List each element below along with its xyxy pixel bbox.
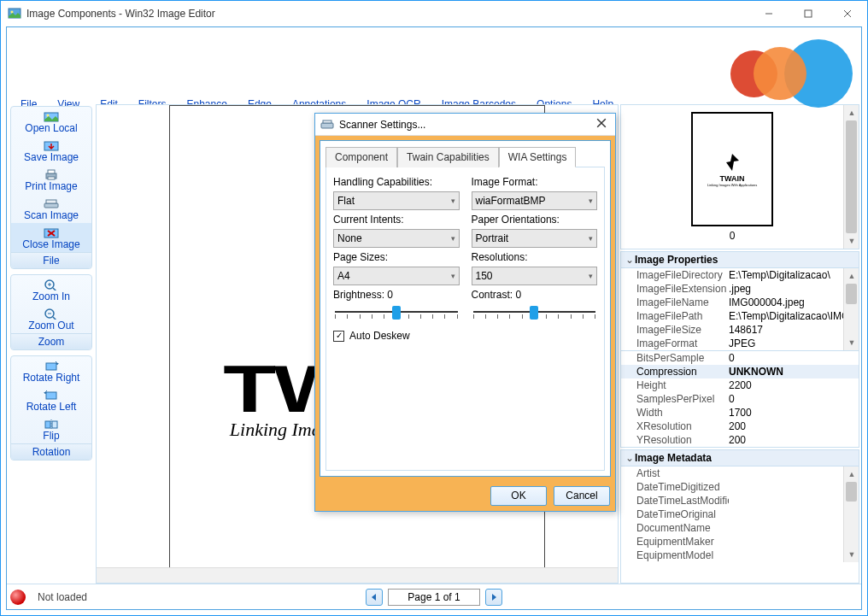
- ok-button[interactable]: OK: [490, 486, 547, 506]
- prop-scrollbar[interactable]: ▲ ▼: [843, 268, 859, 350]
- property-value: E:\Temp\Digitalizacao\: [729, 269, 843, 281]
- property-row[interactable]: Width1700: [621, 406, 859, 419]
- page-sizes-combo[interactable]: A4▾: [333, 267, 460, 285]
- canvas-hscroll[interactable]: [97, 567, 618, 583]
- property-row[interactable]: YResolution200: [621, 433, 859, 447]
- property-row[interactable]: ImageFileNameIMG000004.jpeg: [621, 296, 843, 309]
- pager-next-button[interactable]: [485, 589, 502, 606]
- thumb-caption: Linking Images With Applications: [707, 183, 757, 187]
- svg-rect-12: [44, 203, 58, 208]
- contrast-label: Contrast: 0: [472, 289, 598, 301]
- sidebar-item-scan-image[interactable]: Scan Image: [11, 194, 91, 223]
- auto-deskew-label: Auto Deskew: [349, 330, 410, 342]
- orientation-combo[interactable]: Portrait▾: [472, 229, 598, 248]
- property-key: ImageFileSize: [636, 324, 729, 336]
- chevron-down-icon: ▾: [451, 197, 455, 205]
- auto-deskew-checkbox[interactable]: ✓ Auto Deskew: [333, 330, 597, 342]
- property-row[interactable]: CompressionUNKNOWN: [621, 365, 859, 378]
- intents-combo[interactable]: None▾: [333, 229, 460, 248]
- app-icon: [8, 7, 21, 21]
- app-window: Image Components - Win32 Image Editor Fi…: [0, 0, 868, 616]
- property-key: DateTimeDigitized: [636, 481, 729, 493]
- status-bar: Not loaded Page 1 of 1: [7, 584, 861, 609]
- handling-combo[interactable]: Flat▾: [333, 191, 460, 210]
- sidebar-group-footer[interactable]: File: [11, 252, 91, 268]
- image-metadata-panel: ⌄ Image Metadata ArtistDateTimeDigitized…: [620, 449, 859, 584]
- tab-component[interactable]: Component: [326, 147, 397, 167]
- resolution-combo[interactable]: 150▾: [472, 267, 598, 285]
- brightness-label: Brightness: 0: [333, 289, 460, 301]
- property-row[interactable]: DateTimeLastModified: [621, 494, 843, 507]
- checkbox-icon: ✓: [333, 331, 344, 342]
- sidebar-item-label: Zoom In: [32, 290, 70, 302]
- sidebar-item-label: Zoom Out: [28, 320, 73, 331]
- sidebar-item-label: Close Image: [22, 238, 79, 250]
- svg-rect-30: [323, 120, 331, 123]
- pager-prev-button[interactable]: [366, 589, 383, 606]
- maximize-button[interactable]: [789, 1, 828, 26]
- property-row[interactable]: EquipmentMaker: [621, 535, 843, 549]
- property-row[interactable]: ImageFileSize148617: [621, 323, 843, 337]
- svg-rect-27: [52, 421, 57, 428]
- image-metadata-header[interactable]: ⌄ Image Metadata: [621, 450, 859, 466]
- sidebar-item-label: Open Local: [25, 122, 77, 134]
- sidebar-item-label: Flip: [43, 430, 59, 442]
- sidebar-item-zoom-out[interactable]: Zoom Out: [11, 304, 91, 333]
- sidebar-item-save-image[interactable]: Save Image: [11, 136, 91, 165]
- property-key: ImageFileName: [636, 296, 729, 308]
- property-row[interactable]: ImageFileExtension.jpeg: [621, 282, 843, 296]
- sidebar-item-print-image[interactable]: Print Image: [11, 165, 91, 194]
- property-value: 148617: [729, 324, 843, 336]
- svg-rect-26: [45, 421, 50, 428]
- sidebar-group-footer[interactable]: Rotation: [11, 443, 91, 460]
- dialog-close-button[interactable]: [593, 118, 610, 131]
- sidebar-item-close-image[interactable]: Close Image: [11, 223, 91, 252]
- pager: Page 1 of 1: [366, 589, 502, 606]
- zoom-in-icon: [43, 279, 60, 290]
- thumb-scrollbar[interactable]: ▲ ▼: [843, 105, 859, 249]
- minimize-button[interactable]: [749, 1, 789, 26]
- property-row[interactable]: ImageFileDirectoryE:\Temp\Digitalizacao\: [621, 268, 843, 282]
- sidebar-item-rotate-right[interactable]: Rotate Right: [11, 356, 91, 385]
- property-row[interactable]: DateTimeOriginal: [621, 507, 843, 521]
- close-button[interactable]: [828, 1, 867, 26]
- resolution-label: Resolutions:: [472, 249, 598, 265]
- intents-label: Current Intents:: [333, 212, 460, 227]
- property-key: Compression: [636, 366, 729, 378]
- property-key: DateTimeOriginal: [636, 508, 729, 520]
- property-value: 0: [729, 393, 859, 405]
- property-row[interactable]: Height2200: [621, 378, 859, 392]
- tab-wia-settings[interactable]: WIA Settings: [499, 147, 577, 167]
- prop-scrollbar[interactable]: ▲ ▼: [843, 466, 859, 562]
- property-row[interactable]: BitsPerSample0: [621, 351, 859, 365]
- brand-logo: [730, 27, 853, 120]
- dialog-titlebar[interactable]: Scanner Settings...: [315, 114, 615, 136]
- property-row[interactable]: DocumentName: [621, 521, 843, 535]
- property-row[interactable]: Artist: [621, 466, 843, 480]
- property-row[interactable]: DateTimeDigitized: [621, 480, 843, 494]
- contrast-slider[interactable]: [472, 302, 598, 325]
- property-row[interactable]: ImageFilePathE:\Temp\Digitalizacao\IMG00…: [621, 309, 843, 323]
- property-value: IMG000004.jpeg: [729, 296, 843, 308]
- sidebar-item-flip[interactable]: Flip: [11, 414, 91, 443]
- property-key: Artist: [636, 467, 729, 479]
- property-row[interactable]: ImageFormatJPEG: [621, 337, 843, 350]
- cancel-button[interactable]: Cancel: [554, 486, 610, 506]
- image-format-combo[interactable]: wiaFormatBMP▾: [472, 191, 598, 210]
- sidebar-item-label: Scan Image: [24, 209, 79, 221]
- sidebar-item-zoom-in[interactable]: Zoom In: [11, 275, 91, 304]
- thumbnail[interactable]: TWAIN Linking Images With Applications: [691, 112, 773, 226]
- image-properties-header[interactable]: ⌄ Image Properties: [621, 252, 859, 268]
- sidebar-group-footer[interactable]: Zoom: [11, 333, 91, 349]
- property-row[interactable]: XResolution200: [621, 419, 859, 433]
- tab-twain-capabilities[interactable]: Twain Capabilities: [397, 147, 499, 167]
- sidebar-item-open-local[interactable]: Open Local: [11, 107, 91, 136]
- sidebar-item-rotate-left[interactable]: Rotate Left: [11, 385, 91, 414]
- sidebar-item-label: Print Image: [25, 180, 77, 192]
- brightness-slider[interactable]: [333, 302, 460, 325]
- property-row[interactable]: EquipmentModel: [621, 549, 843, 562]
- property-row[interactable]: SamplesPerPixel0: [621, 392, 859, 406]
- svg-rect-25: [46, 392, 56, 399]
- property-key: Width: [636, 407, 729, 419]
- svg-rect-10: [48, 170, 55, 173]
